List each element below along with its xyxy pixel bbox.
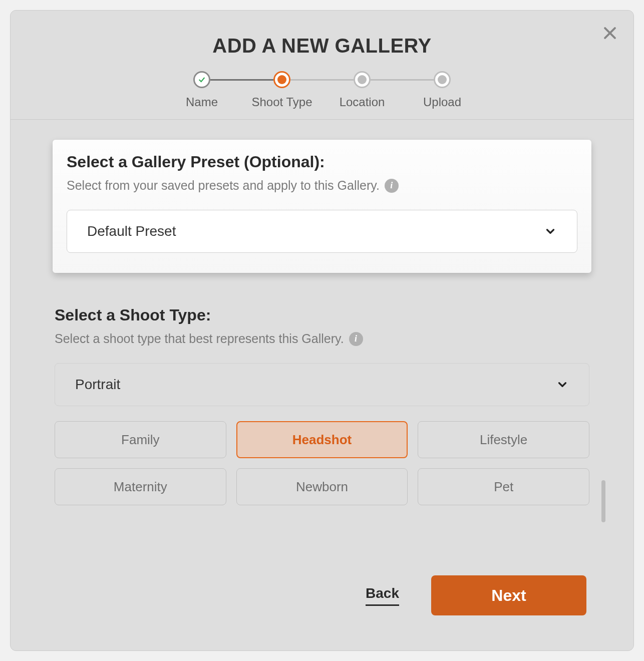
step-upload: Upload (402, 71, 482, 109)
shoot-type-section: Select a Shoot Type: Select a shoot type… (53, 306, 591, 505)
preset-select[interactable]: Default Preset (67, 210, 577, 253)
shoot-option-newborn[interactable]: Newborn (236, 468, 408, 505)
close-button[interactable] (601, 25, 618, 44)
next-button[interactable]: Next (431, 575, 586, 615)
option-label: Pet (494, 479, 513, 495)
modal-title: ADD A NEW GALLERY (11, 35, 633, 57)
shoot-category-select[interactable]: Portrait (55, 363, 589, 406)
info-icon[interactable]: i (349, 332, 363, 346)
shoot-option-lifestyle[interactable]: Lifestyle (418, 421, 589, 458)
chevron-down-icon (556, 378, 569, 391)
option-label: Maternity (114, 479, 167, 495)
step-connector (290, 79, 354, 81)
step-name: Name (162, 71, 242, 109)
preset-subtitle: Select from your saved presets and apply… (67, 178, 577, 193)
modal-footer: Back Next (11, 560, 633, 650)
shoot-option-grid: Family Headshot Lifestyle Maternity Newb… (55, 421, 589, 505)
step-label: Location (340, 95, 385, 109)
preset-card: Select a Gallery Preset (Optional): Sele… (53, 140, 591, 273)
step-connector (371, 79, 434, 81)
option-label: Newborn (296, 479, 348, 495)
close-icon (601, 25, 618, 42)
check-icon (198, 76, 206, 84)
option-label: Lifestyle (480, 432, 527, 448)
step-label: Shoot Type (252, 95, 312, 109)
modal-body: Select a Gallery Preset (Optional): Sele… (11, 120, 633, 560)
step-label: Name (186, 95, 218, 109)
preset-select-value: Default Preset (87, 223, 176, 239)
back-button[interactable]: Back (366, 585, 399, 606)
stepper: Name Shoot Type Location Upload (11, 71, 633, 109)
shoot-title: Select a Shoot Type: (55, 306, 589, 324)
step-circle-done (193, 71, 210, 88)
preset-sub-text: Select from your saved presets and apply… (67, 178, 380, 193)
step-circle-future (434, 71, 451, 88)
preset-title: Select a Gallery Preset (Optional): (67, 153, 577, 171)
option-label: Family (121, 432, 160, 448)
modal-header: ADD A NEW GALLERY Name Shoot Type Locati… (11, 11, 633, 120)
option-label: Headshot (292, 432, 352, 448)
step-circle-future (354, 71, 371, 88)
shoot-category-value: Portrait (75, 377, 120, 393)
add-gallery-modal: ADD A NEW GALLERY Name Shoot Type Locati… (10, 10, 634, 651)
shoot-option-pet[interactable]: Pet (418, 468, 589, 505)
step-connector (210, 79, 273, 81)
scrollbar[interactable] (601, 480, 605, 522)
step-location: Location (322, 71, 402, 109)
shoot-option-family[interactable]: Family (55, 421, 226, 458)
chevron-down-icon (544, 225, 557, 238)
shoot-sub-text: Select a shoot type that best represents… (55, 332, 344, 346)
step-circle-active (273, 71, 290, 88)
step-shoot-type: Shoot Type (242, 71, 322, 109)
shoot-subtitle: Select a shoot type that best represents… (55, 332, 589, 346)
step-label: Upload (423, 95, 461, 109)
shoot-option-maternity[interactable]: Maternity (55, 468, 226, 505)
shoot-option-headshot[interactable]: Headshot (236, 421, 408, 458)
info-icon[interactable]: i (385, 179, 399, 193)
